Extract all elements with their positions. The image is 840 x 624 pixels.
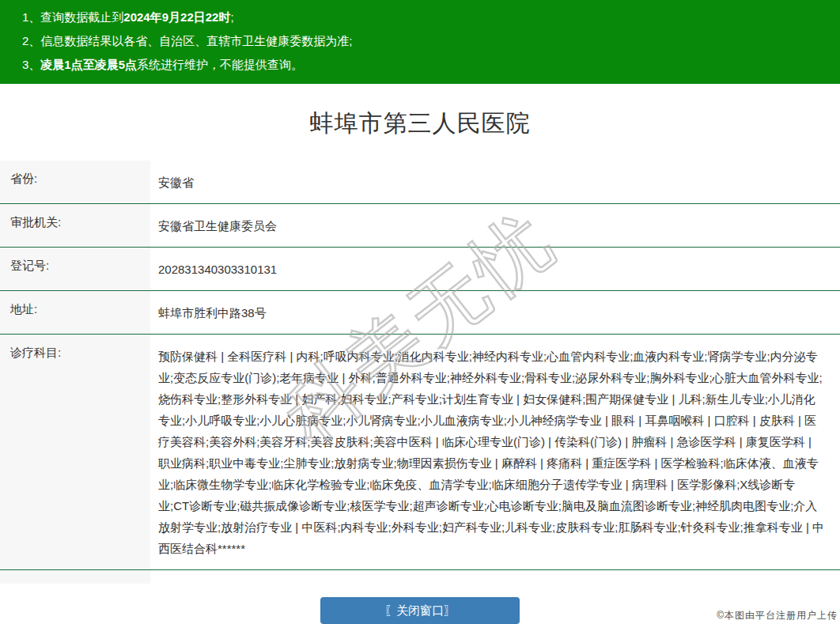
notice-text-bold: 凌晨1点至凌晨5点 [40,58,137,71]
table-row: 省份: 安徽省 [0,161,840,204]
hospital-info-table: 省份: 安徽省 审批机关: 安徽省卫生健康委员会 登记号: 2028313403… [0,161,840,584]
field-label-medical-departments: 诊疗科目: [0,335,150,570]
notice-text-bold: 2024年9月22日22时 [123,10,230,24]
field-label-address: 地址: [0,291,150,335]
notice-text: 查询数据截止到 [40,10,123,24]
notice-item: 3、凌晨1点至凌晨5点系统进行维护，不能提供查询。 [0,53,840,77]
notice-item: 2、信息数据结果以各省、自治区、直辖市卫生健康委数据为准; [0,29,840,53]
page-title: 蚌埠市第三人民医院 [0,108,840,140]
notice-number: 1、 [22,10,40,24]
upload-copyright-note: ©本图由平台注册用户上传 [717,609,838,622]
notice-number: 2、 [22,34,40,47]
notice-banner: 1、查询数据截止到2024年9月22日22时; 2、信息数据结果以各省、自治区、… [0,0,840,84]
query-result-page: 1、查询数据截止到2024年9月22日22时; 2、信息数据结果以各省、自治区、… [0,0,840,624]
field-label-province: 省份: [0,161,150,204]
table-spacer-row [0,570,840,584]
close-window-button[interactable]: 〖关闭窗口〗 [320,597,520,624]
field-value-approval-authority: 安徽省卫生健康委员会 [150,204,840,248]
notice-text: 系统进行维护，不能提供查询。 [137,58,303,71]
button-row: 〖关闭窗口〗 [0,597,840,624]
notice-text: ; [230,10,233,24]
notice-number: 3、 [22,58,40,71]
spacer-label-cell [0,570,150,584]
notice-item: 1、查询数据截止到2024年9月22日22时; [0,6,840,29]
table-row: 地址: 蚌埠市胜利中路38号 [0,291,840,335]
table-row: 审批机关: 安徽省卫生健康委员会 [0,204,840,248]
field-label-approval-authority: 审批机关: [0,204,150,248]
field-value-province: 安徽省 [150,161,840,204]
spacer-value-cell [150,570,840,584]
field-label-registration-number: 登记号: [0,248,150,291]
table-row: 登记号: 202831340303310131 [0,248,840,291]
field-value-address: 蚌埠市胜利中路38号 [150,291,840,335]
notice-text: 信息数据结果以各省、自治区、直辖市卫生健康委数据为准; [40,34,352,47]
table-row: 诊疗科目: 预防保健科 | 全科医疗科 | 内科;呼吸内科专业;消化内科专业;神… [0,335,840,570]
field-value-medical-departments: 预防保健科 | 全科医疗科 | 内科;呼吸内科专业;消化内科专业;神经内科专业;… [150,335,840,570]
field-value-registration-number: 202831340303310131 [150,248,840,291]
